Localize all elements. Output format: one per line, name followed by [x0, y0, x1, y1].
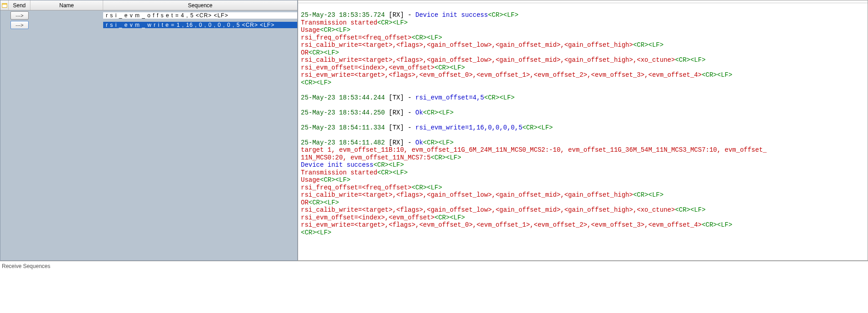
log-segment: rsi_evm_write=<target>,<flags>,<evm_offs… — [301, 221, 702, 229]
log-line: rsi_freq_offset=<freq_offset><CR><LF> — [301, 34, 865, 42]
send-button[interactable]: ---> — [10, 21, 29, 29]
log-segment: <CR><LF> — [377, 19, 408, 26]
log-segment: Transmission started — [301, 19, 377, 26]
log-segment: 25-May-23 18:53:35.724 — [301, 11, 389, 19]
log-segment: 11N_MCS0:20, evm_offset_11N_MCS7:5 — [301, 154, 431, 161]
log-line: rsi_evm_offset=<index>,<evm_offset><CR><… — [301, 64, 865, 72]
log-segment: rsi_calib_write=<target>,<flags>,<gain_o… — [301, 41, 633, 49]
log-line — [301, 101, 865, 109]
log-segment: Device init success — [301, 161, 374, 169]
header-sequence[interactable]: Sequence — [103, 0, 297, 10]
table-body: --->r s i _ e v m _ o f f s e t = 4 , 5 … — [0, 10, 297, 260]
log-line — [301, 86, 865, 94]
log-segment: Usage — [301, 176, 320, 184]
log-line: rsi_evm_offset=<index>,<evm_offset><CR><… — [301, 214, 865, 222]
log-segment: <CR><LF> — [301, 229, 331, 236]
log-segment: <CR><LF> — [675, 56, 705, 64]
log-line: OR<CR><LF> — [301, 49, 865, 57]
log-segment: <CR><LF> — [309, 49, 339, 56]
log-line: rsi_calib_write=<target>,<flags>,<gain_o… — [301, 191, 865, 199]
header-send[interactable]: Send — [9, 0, 30, 10]
log-segment: <CR><LF> — [377, 169, 408, 176]
log-segment: rsi_evm_write=1,16,0,0,0,0,5 — [415, 124, 522, 131]
log-segment: rsi_freq_offset=<freq_offset> — [301, 34, 412, 41]
row-send-cell: ---> — [9, 11, 30, 20]
log-segment: 25-May-23 18:54:11.334 — [301, 124, 389, 131]
log-segment: <CR><LF> — [423, 109, 454, 116]
log-segment: rsi_calib_write=<target>,<flags>,<gain_o… — [301, 206, 675, 214]
log-segment: rsi_calib_write=<target>,<flags>,<gain_o… — [301, 191, 633, 199]
log-line: rsi_evm_write=<target>,<flags>,<evm_offs… — [301, 221, 865, 229]
log-segment: rsi_evm_write=<target>,<flags>,<evm_offs… — [301, 71, 702, 79]
log-line: OR<CR><LF> — [301, 199, 865, 207]
log-segment: <CR><LF> — [675, 206, 705, 214]
log-line — [301, 131, 865, 139]
log-segment: <CR><LF> — [434, 214, 465, 221]
terminal-output[interactable]: 25-May-23 18:53:35.724 [RX] - Device ini… — [301, 11, 865, 258]
header-name[interactable]: Name — [30, 0, 103, 10]
log-segment: <CR><LF> — [309, 199, 339, 206]
log-segment: Transmission started — [301, 169, 377, 176]
log-line: 25-May-23 18:54:11.482 [RX] - Ok<CR><LF> — [301, 139, 865, 147]
svg-rect-1 — [2, 3, 7, 5]
row-sequence-cell[interactable]: r s i _ e v m _ o f f s e t = 4 , 5 <CR>… — [103, 12, 297, 19]
row-sequence-cell[interactable]: r s i _ e v m _ w r i t e = 1 , 16 , 0 ,… — [103, 22, 297, 28]
log-segment: [RX] - — [389, 109, 415, 116]
table-row[interactable]: --->r s i _ e v m _ w r i t e = 1 , 16 ,… — [0, 20, 297, 30]
log-segment: <CR><LF> — [484, 94, 514, 101]
log-line — [301, 116, 865, 124]
log-segment: <CR><LF> — [412, 184, 442, 191]
log-segment: <CR><LF> — [423, 139, 454, 146]
log-segment: <CR><LF> — [320, 26, 350, 34]
table-row[interactable] — [0, 30, 297, 39]
log-segment: <CR><LF> — [522, 124, 553, 131]
table-header: Send Name Sequence — [0, 0, 297, 10]
log-segment: <CR><LF> — [434, 64, 465, 71]
log-segment: [TX] - — [389, 94, 415, 101]
log-segment: rsi_freq_offset=<freq_offset> — [301, 184, 412, 191]
log-segment: rsi_evm_offset=4,5 — [415, 94, 484, 101]
log-line: 25-May-23 18:53:44.244 [TX] - rsi_evm_of… — [301, 94, 865, 102]
log-segment: OR — [301, 49, 309, 56]
log-line: Usage<CR><LF> — [301, 26, 865, 34]
log-line: rsi_freq_offset=<freq_offset><CR><LF> — [301, 184, 865, 192]
log-line: target 1, evm_offset_11B:10, evm_offset_… — [301, 146, 865, 154]
log-line: <CR><LF> — [301, 79, 865, 87]
log-line: Transmission started<CR><LF> — [301, 169, 865, 177]
log-line: 25-May-23 18:53:44.250 [RX] - Ok<CR><LF> — [301, 109, 865, 117]
header-icon-col — [0, 0, 9, 10]
send-sequences-panel: Send Name Sequence --->r s i _ e v m _ o… — [0, 0, 298, 261]
log-segment: <CR><LF> — [633, 191, 663, 199]
log-segment: Usage — [301, 26, 320, 34]
log-line: 11N_MCS0:20, evm_offset_11N_MCS7:5<CR><L… — [301, 154, 865, 162]
table-row[interactable]: --->r s i _ e v m _ o f f s e t = 4 , 5 … — [0, 10, 297, 20]
log-segment: rsi_calib_write=<target>,<flags>,<gain_o… — [301, 56, 675, 64]
log-segment: <CR><LF> — [633, 41, 663, 49]
log-segment: rsi_evm_offset=<index>,<evm_offset> — [301, 214, 434, 221]
log-line: rsi_calib_write=<target>,<flags>,<gain_o… — [301, 56, 865, 64]
log-segment: <CR><LF> — [320, 176, 350, 184]
log-line: 25-May-23 18:53:35.724 [RX] - Device ini… — [301, 11, 865, 19]
log-line: rsi_evm_write=<target>,<flags>,<evm_offs… — [301, 71, 865, 79]
log-segment: [TX] - — [389, 124, 415, 131]
log-line: rsi_calib_write=<target>,<flags>,<gain_o… — [301, 41, 865, 49]
log-segment: <CR><LF> — [301, 79, 331, 86]
log-segment: [RX] - — [389, 139, 415, 146]
row-send-cell: ---> — [9, 21, 30, 29]
log-segment: target 1, evm_offset_11B:10, evm_offset_… — [301, 146, 767, 154]
log-segment: rsi_evm_offset=<index>,<evm_offset> — [301, 64, 434, 71]
send-button[interactable]: ---> — [10, 11, 29, 20]
terminal-panel: 25-May-23 18:53:35.724 [RX] - Device ini… — [298, 0, 868, 261]
log-segment: Ok — [415, 139, 423, 146]
log-line: 25-May-23 18:54:11.334 [TX] - rsi_evm_wr… — [301, 124, 865, 132]
log-line: Device init success<CR><LF> — [301, 161, 865, 169]
log-segment: OR — [301, 199, 309, 206]
log-segment: 25-May-23 18:54:11.482 — [301, 139, 389, 146]
log-line: Transmission started<CR><LF> — [301, 19, 865, 27]
tabs-bar — [298, 0, 868, 3]
log-line: <CR><LF> — [301, 229, 865, 237]
log-segment: Ok — [415, 109, 423, 116]
log-segment: <CR><LF> — [702, 221, 732, 229]
log-segment: <CR><LF> — [702, 71, 732, 79]
log-line: rsi_calib_write=<target>,<flags>,<gain_o… — [301, 206, 865, 214]
